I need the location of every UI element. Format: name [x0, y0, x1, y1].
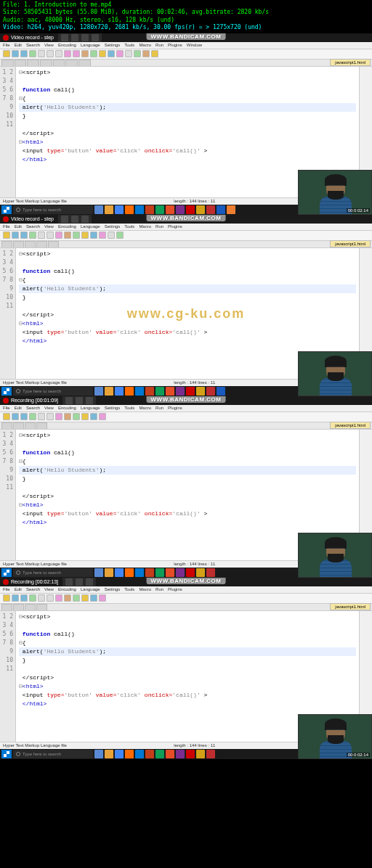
start-button[interactable]	[1, 387, 12, 396]
tool-icon[interactable]	[3, 232, 10, 239]
taskbar-app-icon[interactable]	[145, 568, 154, 577]
taskbar-app-icon[interactable]	[115, 568, 124, 577]
taskbar-app-icon[interactable]	[125, 568, 134, 577]
taskbar-app-icon[interactable]	[155, 205, 164, 214]
file-tab[interactable]	[53, 60, 65, 66]
menu-plugins[interactable]: Plugins	[168, 406, 182, 410]
tool-icon[interactable]	[116, 232, 124, 239]
menu-plugins[interactable]: Plugins	[168, 224, 182, 229]
taskbar-app-icon[interactable]	[135, 387, 144, 396]
menu-window[interactable]: Window	[187, 43, 202, 47]
taskbar-app-icon[interactable]	[135, 750, 144, 758]
taskbar-app-icon[interactable]	[105, 387, 113, 396]
recorder-tool-icon[interactable]	[81, 34, 89, 41]
chrome-icon[interactable]	[115, 205, 124, 214]
taskbar-app-icon[interactable]	[145, 750, 154, 758]
tool-icon[interactable]	[12, 413, 19, 420]
menu-bar[interactable]: FileEditSearchViewEncodingLanguageSettin…	[0, 586, 372, 594]
tool-icon[interactable]	[55, 413, 62, 420]
tool-icon[interactable]	[99, 413, 106, 420]
menu-tools[interactable]: Tools	[124, 43, 134, 47]
menu-settings[interactable]: Settings	[105, 43, 121, 47]
menu-encoding[interactable]: Encoding	[58, 224, 76, 229]
tool-icon[interactable]	[90, 594, 97, 602]
taskbar-app-icon[interactable]	[186, 387, 195, 396]
tool-icon[interactable]	[64, 232, 71, 239]
menu-file[interactable]: File	[3, 43, 10, 47]
menu-run[interactable]: Run	[155, 406, 163, 410]
menu-edit[interactable]: Edit	[15, 43, 22, 47]
file-tab[interactable]	[13, 422, 24, 429]
recorder-tool-icon[interactable]	[61, 216, 68, 223]
save-icon[interactable]	[20, 50, 28, 57]
taskbar-app-icon[interactable]	[176, 387, 185, 396]
taskbar-search[interactable]: Type here to search	[13, 387, 93, 396]
file-tab[interactable]	[27, 60, 39, 66]
taskbar-app-icon[interactable]	[155, 750, 164, 758]
tool-icon[interactable]	[64, 594, 71, 602]
tool-icon[interactable]	[46, 232, 54, 239]
taskbar-app-icon[interactable]	[115, 750, 124, 758]
menu-edit[interactable]: Edit	[15, 224, 22, 229]
taskbar-app-icon[interactable]	[176, 750, 185, 758]
file-tab[interactable]	[15, 60, 27, 66]
active-file-tab[interactable]: javascript1.html	[330, 422, 371, 429]
tool-icon[interactable]	[125, 50, 132, 57]
menu-view[interactable]: View	[44, 43, 54, 47]
tool-icon[interactable]	[20, 413, 28, 420]
tool-icon[interactable]	[134, 50, 141, 57]
tool-icon[interactable]	[38, 232, 45, 239]
start-button[interactable]	[1, 750, 12, 758]
file-tab[interactable]	[78, 60, 91, 66]
word-icon[interactable]	[217, 205, 225, 214]
tool-icon[interactable]	[99, 232, 106, 239]
tool-icon[interactable]	[73, 413, 80, 420]
start-button[interactable]	[1, 568, 12, 577]
zoom-icon[interactable]	[99, 50, 106, 57]
tool-icon[interactable]	[46, 594, 54, 602]
taskbar-app-icon[interactable]	[206, 750, 215, 758]
firefox-icon[interactable]	[125, 205, 134, 214]
menu-bar[interactable]: File Edit Search View Encoding Language …	[0, 42, 372, 49]
new-file-icon[interactable]	[3, 50, 10, 57]
menu-plugins[interactable]: Plugins	[168, 43, 182, 47]
tool-icon[interactable]	[55, 594, 62, 602]
file-tab[interactable]	[40, 60, 52, 66]
menu-run[interactable]: Run	[155, 587, 163, 591]
taskbar-app-icon[interactable]	[166, 387, 174, 396]
find-icon[interactable]	[81, 50, 89, 57]
tool-icon[interactable]	[81, 413, 89, 420]
menu-bar[interactable]: FileEditSearchViewEncodingLanguageSettin…	[0, 405, 372, 412]
taskbar-app-icon[interactable]	[155, 387, 164, 396]
tool-icon[interactable]	[20, 232, 28, 239]
tool-icon[interactable]	[90, 413, 97, 420]
file-tab[interactable]	[1, 604, 12, 610]
taskbar-app-icon[interactable]	[94, 568, 103, 577]
taskbar-app-icon[interactable]	[94, 387, 103, 396]
menu-tools[interactable]: Tools	[124, 587, 134, 591]
tool-icon[interactable]	[73, 594, 80, 602]
file-tab[interactable]	[36, 241, 47, 247]
menu-view[interactable]: View	[44, 587, 54, 591]
taskbar-app-icon[interactable]	[176, 568, 185, 577]
tool-icon[interactable]	[3, 413, 10, 420]
menu-search[interactable]: Search	[26, 406, 40, 410]
tool-icon[interactable]	[151, 50, 158, 57]
redo-icon[interactable]	[73, 50, 80, 57]
file-tab[interactable]	[65, 60, 78, 66]
menu-bar[interactable]: File Edit Search View Encoding Language …	[0, 224, 372, 231]
taskbar-app-icon[interactable]	[94, 750, 103, 758]
tool-icon[interactable]	[20, 594, 28, 602]
taskbar-app-icon[interactable]	[217, 387, 225, 396]
tool-icon[interactable]	[142, 50, 150, 57]
menu-language[interactable]: Language	[81, 587, 100, 591]
file-tab[interactable]	[1, 60, 14, 66]
menu-macro[interactable]: Macro	[139, 224, 151, 229]
menu-encoding[interactable]: Encoding	[58, 43, 76, 47]
taskbar-search[interactable]: Type here to search	[13, 750, 93, 758]
menu-run[interactable]: Run	[155, 224, 163, 229]
menu-macro[interactable]: Macro	[139, 587, 151, 591]
taskbar-app-icon[interactable]	[206, 387, 215, 396]
menu-settings[interactable]: Settings	[105, 406, 121, 410]
menu-search[interactable]: Search	[26, 587, 40, 591]
